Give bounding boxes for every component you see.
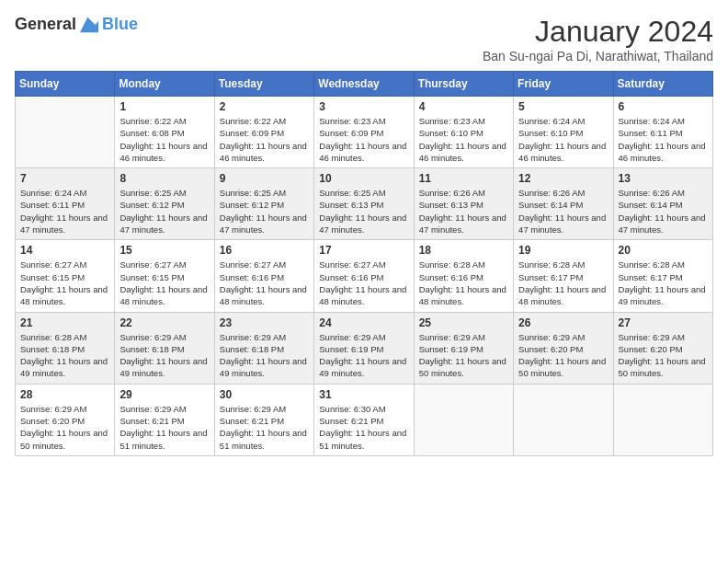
- calendar-cell: 28Sunrise: 6:29 AM Sunset: 6:20 PM Dayli…: [16, 384, 115, 455]
- day-info: Sunrise: 6:29 AM Sunset: 6:18 PM Dayligh…: [220, 331, 309, 380]
- day-number: 23: [220, 316, 309, 329]
- day-number: 3: [319, 100, 408, 113]
- day-number: 29: [119, 388, 209, 401]
- calendar-cell: 8Sunrise: 6:25 AM Sunset: 6:12 PM Daylig…: [115, 168, 214, 240]
- calendar-cell: 17Sunrise: 6:27 AM Sunset: 6:16 PM Dayli…: [314, 240, 414, 312]
- logo-icon: [80, 16, 98, 34]
- day-number: 24: [319, 316, 408, 329]
- calendar-cell: [613, 384, 712, 455]
- calendar-cell: 13Sunrise: 6:26 AM Sunset: 6:14 PM Dayli…: [613, 168, 712, 240]
- day-header-tuesday: Tuesday: [214, 72, 313, 97]
- day-info: Sunrise: 6:24 AM Sunset: 6:11 PM Dayligh…: [619, 115, 708, 164]
- day-info: Sunrise: 6:26 AM Sunset: 6:14 PM Dayligh…: [619, 187, 708, 236]
- day-number: 17: [319, 244, 408, 257]
- calendar-cell: 2Sunrise: 6:22 AM Sunset: 6:09 PM Daylig…: [214, 97, 313, 168]
- day-info: Sunrise: 6:29 AM Sunset: 6:18 PM Dayligh…: [119, 331, 209, 380]
- calendar-cell: 9Sunrise: 6:25 AM Sunset: 6:12 PM Daylig…: [214, 168, 313, 240]
- calendar-cell: [16, 97, 115, 168]
- day-info: Sunrise: 6:27 AM Sunset: 6:16 PM Dayligh…: [319, 259, 408, 307]
- day-number: 25: [419, 316, 508, 329]
- day-info: Sunrise: 6:24 AM Sunset: 6:10 PM Dayligh…: [518, 115, 608, 164]
- calendar-cell: 21Sunrise: 6:28 AM Sunset: 6:18 PM Dayli…: [16, 312, 115, 384]
- calendar-header: SundayMondayTuesdayWednesdayThursdayFrid…: [16, 72, 713, 97]
- calendar-cell: [514, 384, 613, 455]
- calendar-body: 1Sunrise: 6:22 AM Sunset: 6:08 PM Daylig…: [16, 97, 713, 456]
- day-info: Sunrise: 6:26 AM Sunset: 6:13 PM Dayligh…: [419, 187, 508, 236]
- day-number: 2: [220, 100, 309, 113]
- calendar-cell: 31Sunrise: 6:30 AM Sunset: 6:21 PM Dayli…: [314, 384, 414, 455]
- location-title: Ban Su-ngai Pa Di, Narathiwat, Thailand: [483, 49, 713, 63]
- day-number: 15: [119, 244, 209, 257]
- calendar-cell: 6Sunrise: 6:24 AM Sunset: 6:11 PM Daylig…: [613, 97, 712, 168]
- day-info: Sunrise: 6:30 AM Sunset: 6:21 PM Dayligh…: [319, 403, 408, 452]
- day-info: Sunrise: 6:25 AM Sunset: 6:12 PM Dayligh…: [119, 187, 209, 236]
- day-number: 31: [319, 388, 408, 401]
- calendar-cell: 22Sunrise: 6:29 AM Sunset: 6:18 PM Dayli…: [115, 312, 214, 384]
- calendar-cell: 11Sunrise: 6:26 AM Sunset: 6:13 PM Dayli…: [414, 168, 513, 240]
- day-info: Sunrise: 6:29 AM Sunset: 6:19 PM Dayligh…: [319, 331, 408, 380]
- day-info: Sunrise: 6:22 AM Sunset: 6:09 PM Dayligh…: [220, 115, 309, 164]
- day-header-monday: Monday: [115, 72, 214, 97]
- day-number: 10: [319, 172, 408, 185]
- day-info: Sunrise: 6:23 AM Sunset: 6:09 PM Dayligh…: [319, 115, 408, 164]
- calendar-cell: 15Sunrise: 6:27 AM Sunset: 6:15 PM Dayli…: [115, 240, 214, 312]
- day-number: 9: [220, 172, 309, 185]
- calendar-cell: 14Sunrise: 6:27 AM Sunset: 6:15 PM Dayli…: [16, 240, 115, 312]
- calendar-cell: 20Sunrise: 6:28 AM Sunset: 6:17 PM Dayli…: [613, 240, 712, 312]
- day-info: Sunrise: 6:28 AM Sunset: 6:16 PM Dayligh…: [419, 259, 508, 307]
- day-number: 30: [220, 388, 309, 401]
- day-number: 11: [419, 172, 508, 185]
- day-info: Sunrise: 6:29 AM Sunset: 6:21 PM Dayligh…: [220, 403, 309, 452]
- day-header-friday: Friday: [514, 72, 613, 97]
- day-number: 4: [419, 100, 508, 113]
- header-row: SundayMondayTuesdayWednesdayThursdayFrid…: [16, 72, 713, 97]
- month-title: January 2024: [483, 15, 713, 49]
- day-info: Sunrise: 6:24 AM Sunset: 6:11 PM Dayligh…: [20, 187, 109, 236]
- day-info: Sunrise: 6:22 AM Sunset: 6:08 PM Dayligh…: [119, 115, 209, 164]
- calendar-cell: 7Sunrise: 6:24 AM Sunset: 6:11 PM Daylig…: [16, 168, 115, 240]
- title-area: January 2024 Ban Su-ngai Pa Di, Narathiw…: [483, 15, 713, 63]
- day-number: 6: [619, 100, 708, 113]
- logo: General Blue: [15, 15, 138, 34]
- day-number: 1: [119, 100, 209, 113]
- day-number: 14: [20, 244, 109, 257]
- day-header-saturday: Saturday: [613, 72, 712, 97]
- logo-blue-text: Blue: [102, 15, 138, 34]
- calendar-cell: 5Sunrise: 6:24 AM Sunset: 6:10 PM Daylig…: [514, 97, 613, 168]
- calendar-cell: 24Sunrise: 6:29 AM Sunset: 6:19 PM Dayli…: [314, 312, 414, 384]
- week-row-5: 28Sunrise: 6:29 AM Sunset: 6:20 PM Dayli…: [16, 384, 713, 455]
- day-header-wednesday: Wednesday: [314, 72, 414, 97]
- day-info: Sunrise: 6:27 AM Sunset: 6:15 PM Dayligh…: [20, 259, 109, 307]
- day-info: Sunrise: 6:29 AM Sunset: 6:20 PM Dayligh…: [518, 331, 608, 380]
- week-row-4: 21Sunrise: 6:28 AM Sunset: 6:18 PM Dayli…: [16, 312, 713, 384]
- day-info: Sunrise: 6:29 AM Sunset: 6:20 PM Dayligh…: [619, 331, 708, 380]
- day-info: Sunrise: 6:28 AM Sunset: 6:17 PM Dayligh…: [518, 259, 608, 307]
- calendar-table: SundayMondayTuesdayWednesdayThursdayFrid…: [15, 71, 713, 456]
- day-number: 21: [20, 316, 109, 329]
- day-header-sunday: Sunday: [16, 72, 115, 97]
- day-number: 18: [419, 244, 508, 257]
- day-info: Sunrise: 6:27 AM Sunset: 6:16 PM Dayligh…: [220, 259, 309, 307]
- calendar-cell: 16Sunrise: 6:27 AM Sunset: 6:16 PM Dayli…: [214, 240, 313, 312]
- calendar-cell: 18Sunrise: 6:28 AM Sunset: 6:16 PM Dayli…: [414, 240, 513, 312]
- day-number: 20: [619, 244, 708, 257]
- calendar-cell: 1Sunrise: 6:22 AM Sunset: 6:08 PM Daylig…: [115, 97, 214, 168]
- calendar-cell: 10Sunrise: 6:25 AM Sunset: 6:13 PM Dayli…: [314, 168, 414, 240]
- day-number: 28: [20, 388, 109, 401]
- calendar-cell: 27Sunrise: 6:29 AM Sunset: 6:20 PM Dayli…: [613, 312, 712, 384]
- day-info: Sunrise: 6:25 AM Sunset: 6:12 PM Dayligh…: [220, 187, 309, 236]
- calendar-cell: 4Sunrise: 6:23 AM Sunset: 6:10 PM Daylig…: [414, 97, 513, 168]
- svg-marker-0: [80, 17, 98, 32]
- calendar-cell: 30Sunrise: 6:29 AM Sunset: 6:21 PM Dayli…: [214, 384, 313, 455]
- day-info: Sunrise: 6:28 AM Sunset: 6:18 PM Dayligh…: [20, 331, 109, 380]
- day-info: Sunrise: 6:26 AM Sunset: 6:14 PM Dayligh…: [518, 187, 608, 236]
- logo-general-text: General: [15, 15, 76, 34]
- day-number: 5: [518, 100, 608, 113]
- day-number: 22: [119, 316, 209, 329]
- day-number: 7: [20, 172, 109, 185]
- week-row-2: 7Sunrise: 6:24 AM Sunset: 6:11 PM Daylig…: [16, 168, 713, 240]
- day-info: Sunrise: 6:29 AM Sunset: 6:20 PM Dayligh…: [20, 403, 109, 452]
- day-number: 16: [220, 244, 309, 257]
- day-info: Sunrise: 6:28 AM Sunset: 6:17 PM Dayligh…: [619, 259, 708, 307]
- week-row-3: 14Sunrise: 6:27 AM Sunset: 6:15 PM Dayli…: [16, 240, 713, 312]
